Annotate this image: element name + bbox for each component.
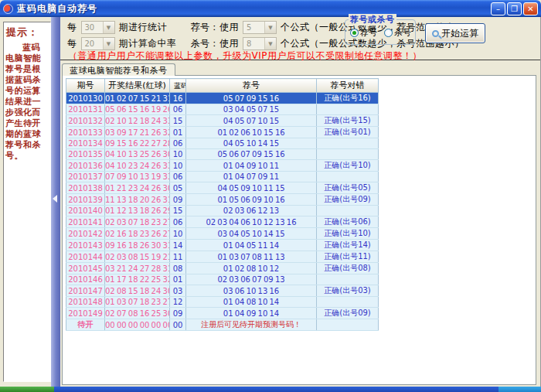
radio-off-icon[interactable] [384, 29, 393, 37]
table-row[interactable]: 201014601 17 18 22 25 320102 03 06 07 09… [66, 274, 379, 285]
cell-result: 正确(出号15) [317, 115, 379, 127]
collapse-arrow-icon[interactable] [53, 195, 57, 203]
table-row[interactable]: 201014902 07 08 16 25 300901 04 09 10 14… [66, 308, 379, 319]
cell-red-balls: 01 12 13 18 26 29 [105, 206, 170, 216]
cell-blue-code: 09 [170, 308, 186, 319]
tab-smart-picks[interactable]: 蓝球电脑智能荐号和杀号 [62, 63, 175, 76]
cell-picks: 01 04 07 09 11 [186, 172, 317, 182]
table-row[interactable]: 201014001 12 13 18 26 291502 03 06 12 13 [66, 206, 379, 216]
radio-kill[interactable]: 杀号 [384, 27, 411, 39]
radio-on-icon[interactable] [350, 29, 359, 37]
cell-red-balls: 02 16 18 23 26 27 [105, 228, 170, 240]
column-header[interactable]: 期号 [66, 79, 105, 93]
cell-result: 正确(出号08) [317, 263, 379, 274]
window-title: 蓝码电脑自动荐号 [17, 2, 97, 15]
stat-period-select[interactable]: 30 ▼ [81, 21, 115, 34]
hint-panel: 提示： 蓝码电脑智能荐号是根据蓝码杀号的运算结果进一步强化而产生待开期的蓝球荐号… [3, 22, 51, 382]
table-row[interactable]: 201013707 09 10 13 19 330601 04 07 09 11 [66, 172, 379, 182]
cell-picks: 02 03 04 06 10 12 13 16 [186, 216, 317, 228]
table-row[interactable]: 待开00 00 00 00 00 0000注册后可见待开期预测号码！ [66, 319, 379, 331]
kill-formula-select[interactable]: 8 ▼ [243, 37, 277, 50]
cell-period: 2010133 [66, 127, 105, 138]
close-button[interactable]: ✕ [523, 2, 538, 15]
cell-red-balls: 09 15 16 22 27 28 [105, 138, 170, 149]
cell-period: 2010142 [66, 228, 105, 240]
cell-blue-code: 03 [170, 285, 186, 297]
cell-red-balls: 02 07 08 16 25 30 [105, 308, 170, 319]
table-row[interactable]: 201013001 02 07 15 21 311605 07 09 15 16… [66, 93, 379, 104]
cell-picks: 01 02 06 10 15 16 [186, 127, 317, 138]
cell-period: 2010135 [66, 149, 105, 160]
column-header[interactable]: 荐号对错 [317, 79, 379, 93]
table-row[interactable]: 201014309 16 18 26 30 311401 04 05 11 14… [66, 240, 379, 251]
run-button[interactable]: 开始运算 [425, 23, 485, 43]
cell-result: 正确(出号03) [317, 285, 379, 297]
cell-picks: 01 05 06 09 10 16 [186, 194, 317, 206]
cell-result [317, 104, 379, 115]
panel-splitter[interactable] [51, 17, 60, 387]
cell-red-balls: 04 10 13 25 26 30 [105, 149, 170, 160]
cell-blue-code: 11 [170, 251, 186, 263]
magnifier-icon [432, 30, 439, 37]
minimize-button[interactable]: – [491, 2, 505, 15]
cell-blue-code: 09 [170, 194, 186, 206]
cell-picks: 04 05 07 10 15 [186, 115, 317, 127]
table-row[interactable]: 201014801 03 07 18 23 271201 04 08 10 14 [66, 297, 379, 308]
table-row[interactable]: 201013801 21 23 24 26 300504 05 09 10 11… [66, 182, 379, 194]
cell-period: 2010140 [66, 206, 105, 216]
hitrate-label: 期计算命中率 [119, 37, 187, 50]
hint-heading: 提示： [6, 26, 49, 39]
hitrate-period-value: 20 [85, 39, 95, 48]
table-row[interactable]: 201014102 03 07 18 23 270602 03 04 06 10… [66, 216, 379, 228]
table-row[interactable]: 201014503 21 24 27 28 310801 02 08 10 12… [66, 263, 379, 274]
table-row[interactable]: 201013911 13 18 20 26 310901 05 06 09 10… [66, 194, 379, 206]
cell-red-balls: 04 10 23 24 26 33 [105, 160, 170, 172]
cell-picks: 01 04 08 10 14 [186, 297, 317, 308]
hitrate-period-select[interactable]: 20 ▼ [81, 37, 115, 50]
column-header[interactable]: 蓝码 [170, 79, 186, 93]
table-row[interactable]: 201013504 10 13 25 26 301005 06 07 09 15… [66, 149, 379, 160]
table-row[interactable]: 201013409 15 16 22 27 280604 05 10 14 15 [66, 138, 379, 149]
prefix-label: 每 [67, 37, 77, 50]
cell-picks: 02 03 06 12 13 [186, 206, 317, 216]
results-table: 期号开奖结果(红球)蓝码荐号荐号对错 201013001 02 07 15 21… [66, 78, 379, 331]
table-row[interactable]: 201014402 03 08 15 19 211101 03 07 08 11… [66, 251, 379, 263]
chevron-down-icon[interactable]: ▼ [264, 38, 276, 49]
cell-period: 2010148 [66, 297, 105, 308]
column-header[interactable]: 开奖结果(红球) [105, 79, 170, 93]
cell-picks: 注册后可见待开期预测号码！ [186, 319, 317, 331]
cell-red-balls: 01 02 07 15 21 31 [105, 93, 170, 104]
kill-use-label: 杀号：使用 [191, 37, 240, 50]
tray-sliver [498, 387, 541, 392]
table-row[interactable]: 201014702 08 15 18 24 300303 06 10 13 16… [66, 285, 379, 297]
cell-blue-code: 06 [170, 104, 186, 115]
maximize-button[interactable]: ❐ [507, 2, 522, 15]
cell-blue-code: 05 [170, 182, 186, 194]
cell-period: 2010137 [66, 172, 105, 182]
cell-result: 正确(出号10) [317, 160, 379, 172]
cell-picks: 05 07 09 15 16 [186, 93, 317, 104]
pick-formula-select[interactable]: 5 ▼ [243, 21, 277, 34]
table-row[interactable]: 201013105 06 15 16 19 260603 04 05 07 15 [66, 104, 379, 115]
chevron-down-icon[interactable]: ▼ [103, 22, 114, 33]
chevron-down-icon[interactable]: ▼ [103, 38, 114, 49]
table-row[interactable]: 201014202 16 18 23 26 271003 04 05 10 14… [66, 228, 379, 240]
pick-use-label: 荐号：使用 [191, 21, 240, 34]
table-row[interactable]: 201013604 10 23 24 26 331001 04 09 10 11… [66, 160, 379, 172]
table-row[interactable]: 201013303 09 17 21 26 320101 02 06 10 15… [66, 127, 379, 138]
table-row[interactable]: 201013202 10 12 18 24 331504 05 07 10 15… [66, 115, 379, 127]
cell-period: 2010144 [66, 251, 105, 263]
client-area: 提示： 蓝码电脑智能荐号是根据蓝码杀号的运算结果进一步强化而产生待开期的蓝球荐号… [0, 17, 541, 387]
cell-period: 待开 [66, 319, 105, 331]
radio-recommend[interactable]: 荐号 [350, 27, 377, 39]
chevron-down-icon[interactable]: ▼ [264, 22, 276, 33]
kill-formula-value: 8 [247, 39, 251, 48]
cell-blue-code: 01 [170, 274, 186, 285]
cell-result: 正确(出号11) [317, 251, 379, 263]
cell-red-balls: 03 09 17 21 26 32 [105, 127, 170, 138]
start-button-sliver[interactable] [0, 387, 54, 392]
cell-blue-code: 12 [170, 297, 186, 308]
column-header[interactable]: 荐号 [186, 79, 317, 93]
cell-picks: 01 03 07 08 11 13 [186, 251, 317, 263]
mode-groupbox: 荐号或杀号 荐号 杀号 [345, 19, 416, 45]
